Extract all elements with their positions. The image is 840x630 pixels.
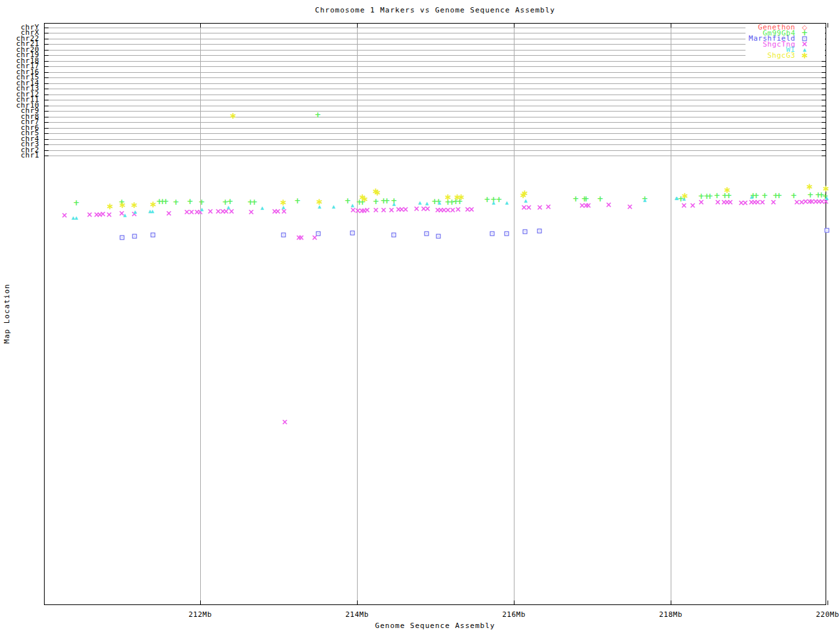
y-axis-tick (44, 122, 49, 123)
data-point-marker: ∗ (521, 188, 529, 198)
data-point-marker (151, 233, 156, 238)
y-axis-tick-right (822, 106, 826, 106)
data-point-marker: × (545, 203, 552, 211)
y-axis-tick-right (822, 89, 826, 89)
data-point-marker: ▲ (226, 205, 230, 210)
x-axis-tick (514, 600, 514, 605)
x-tick-label: 214Mb (331, 610, 383, 619)
data-point-marker: × (770, 198, 777, 206)
data-point-marker: + (484, 196, 490, 203)
y-axis-tick (44, 55, 49, 56)
data-point-marker (490, 232, 494, 236)
data-point-marker: ∗ (316, 197, 324, 206)
x-axis-tick-top (357, 23, 358, 28)
data-point-marker: × (468, 205, 474, 213)
x-axis-tick-top (514, 23, 514, 28)
y-axis-tick (44, 39, 49, 39)
data-point-marker: ∗ (806, 182, 814, 191)
data-point-marker (824, 228, 829, 233)
data-point-marker: × (274, 207, 281, 215)
y-axis-tick-right (822, 156, 826, 156)
data-point-marker: + (173, 198, 179, 206)
x-axis-tick-top (828, 23, 828, 28)
legend-marker-icon: ∗ (801, 51, 808, 60)
data-point-marker: ∗ (119, 200, 127, 209)
y-axis-tick (44, 50, 49, 51)
data-point-marker: × (536, 203, 543, 211)
data-point-marker: ▲ (331, 205, 335, 209)
data-point-marker: × (455, 205, 461, 213)
data-point-marker: + (707, 192, 713, 200)
data-point-marker (425, 232, 429, 236)
data-point-marker: ∗ (373, 188, 381, 197)
y-axis-tick (44, 94, 49, 95)
y-axis-tick (44, 77, 49, 78)
y-axis-tick-right (822, 83, 826, 84)
data-point-marker: × (413, 205, 420, 213)
x-tick-label: 218Mb (644, 610, 697, 619)
y-axis-tick-right (822, 111, 826, 112)
data-point-marker: × (526, 203, 532, 211)
data-point-marker: × (715, 198, 721, 206)
data-point-marker: ∗ (444, 192, 452, 201)
data-point-marker: × (627, 203, 633, 211)
chart-canvas: Chromosome 1 Markers vs Genome Sequence … (0, 0, 840, 630)
data-point-marker (281, 233, 285, 238)
data-point-marker (350, 231, 354, 236)
data-point-marker: × (100, 210, 106, 218)
data-point-marker: ▲ (425, 201, 429, 206)
y-axis-tick-right (822, 100, 826, 100)
y-axis-tick (44, 89, 49, 89)
y-axis-tick-right (822, 66, 826, 67)
data-point-marker: ▲ (133, 210, 136, 215)
x-axis-tick-top (200, 23, 201, 28)
data-point-marker: + (597, 195, 603, 203)
y-axis-tick (44, 66, 49, 67)
y-axis-tick-right (822, 150, 826, 151)
legend-label: ShgcG3 (677, 52, 795, 59)
data-point-marker: ▲ (200, 207, 203, 212)
y-axis-tick-right (822, 133, 826, 134)
data-point-marker: × (689, 201, 696, 209)
chart-title: Chromosome 1 Markers vs Genome Sequence … (44, 6, 826, 14)
data-point-marker: + (572, 195, 579, 203)
data-point-marker: ▲ (418, 201, 421, 205)
data-point-marker: × (298, 234, 304, 242)
x-axis-tick (200, 600, 201, 605)
x-axis-label: Genome Sequence Assembly (44, 621, 826, 630)
y-axis-tick-right (822, 128, 826, 129)
data-point-marker: + (186, 198, 193, 205)
y-axis-tick (44, 72, 49, 73)
data-point-marker: × (759, 198, 766, 206)
data-point-marker: ∗ (681, 191, 689, 200)
data-point-marker: × (402, 205, 409, 213)
data-point-marker: × (248, 208, 255, 216)
data-point-marker: × (727, 198, 734, 206)
data-point-marker: ∗ (361, 194, 369, 203)
data-point-marker: × (106, 211, 112, 219)
data-point-marker: ▲ (74, 216, 77, 220)
data-point-marker: + (73, 199, 79, 207)
data-point-marker (436, 234, 441, 239)
data-point-marker: ∗ (822, 184, 830, 193)
data-point-marker (132, 234, 136, 239)
data-point-marker: + (383, 197, 390, 205)
data-point-marker: ▲ (350, 203, 354, 208)
x-tick-label: 220Mb (801, 610, 840, 619)
data-point-marker: + (162, 198, 169, 205)
y-axis-label: Map Location (3, 284, 11, 343)
data-point-marker: × (425, 205, 431, 213)
data-point-marker: × (698, 198, 705, 206)
y-axis-tick-right (822, 117, 826, 117)
data-point-marker: ∗ (723, 185, 731, 194)
data-point-marker: + (294, 197, 301, 205)
data-point-marker: × (311, 234, 318, 242)
y-axis-tick (44, 61, 49, 62)
x-tick-label: 216Mb (488, 610, 540, 619)
data-point-marker: × (388, 206, 395, 214)
data-point-marker: × (381, 206, 387, 214)
y-axis-tick (44, 100, 49, 100)
data-point-marker: ▲ (643, 198, 646, 203)
y-axis-tick (44, 156, 49, 156)
data-point-marker: + (198, 198, 205, 206)
